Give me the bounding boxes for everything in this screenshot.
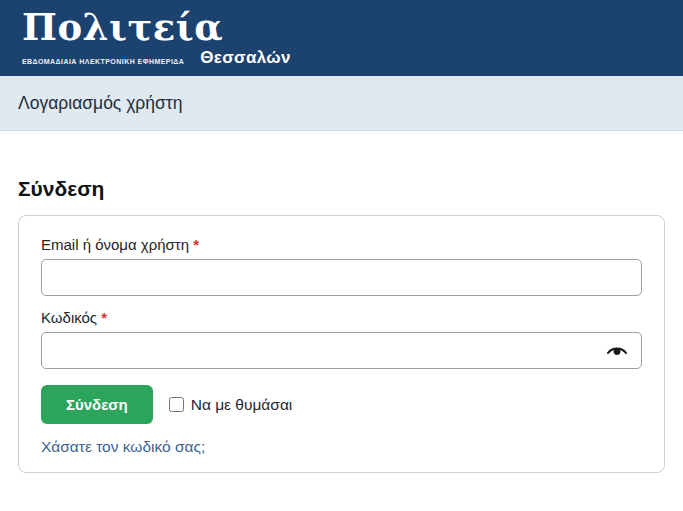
site-header: Πολιτεία ΕΒΔΟΜΑΔΙΑΙΑ ΗΛΕΚΤΡΟΝΙΚΗ ΕΦΗΜΕΡΙ… — [0, 0, 683, 76]
logo-tagline: ΕΒΔΟΜΑΔΙΑΙΑ ΗΛΕΚΤΡΟΝΙΚΗ ΕΦΗΜΕΡΙΔΑ — [22, 58, 184, 68]
forgot-password-link[interactable]: Χάσατε τον κωδικό σας; — [41, 438, 205, 456]
eye-icon — [606, 346, 628, 361]
page-title-bar: Λογαριασμός χρήστη — [0, 76, 683, 131]
password-field-group: Κωδικός * — [41, 309, 642, 369]
username-label-text: Email ή όνομα χρήστη — [41, 236, 189, 253]
login-form: Email ή όνομα χρήστη * Κωδικός * — [18, 215, 665, 473]
required-marker: * — [101, 309, 107, 326]
password-visibility-toggle[interactable] — [602, 341, 632, 361]
remember-me-option[interactable]: Να με θυμάσαι — [169, 396, 293, 414]
login-submit-button[interactable]: Σύνδεση — [41, 385, 153, 424]
logo-subtitle: Θεσσαλών — [200, 48, 290, 68]
password-label: Κωδικός * — [41, 309, 642, 326]
username-field-group: Email ή όνομα χρήστη * — [41, 236, 642, 296]
password-input-wrapper — [41, 332, 642, 369]
required-marker: * — [193, 236, 199, 253]
password-input[interactable] — [41, 332, 642, 369]
form-actions: Σύνδεση Να με θυμάσαι — [41, 385, 642, 424]
main-content: Σύνδεση Email ή όνομα χρήστη * Κωδικός * — [0, 177, 683, 473]
remember-me-checkbox[interactable] — [169, 397, 184, 412]
login-heading: Σύνδεση — [18, 177, 665, 201]
remember-me-label: Να με θυμάσαι — [191, 396, 293, 414]
password-label-text: Κωδικός — [41, 309, 97, 326]
page-title: Λογαριασμός χρήστη — [18, 93, 182, 114]
username-label: Email ή όνομα χρήστη * — [41, 236, 642, 253]
username-input[interactable] — [41, 259, 642, 296]
logo-subrow: ΕΒΔΟΜΑΔΙΑΙΑ ΗΛΕΚΤΡΟΝΙΚΗ ΕΦΗΜΕΡΙΔΑ Θεσσαλ… — [22, 48, 291, 68]
logo-title: Πολιτεία — [22, 8, 291, 47]
site-logo[interactable]: Πολιτεία ΕΒΔΟΜΑΔΙΑΙΑ ΗΛΕΚΤΡΟΝΙΚΗ ΕΦΗΜΕΡΙ… — [22, 8, 291, 68]
